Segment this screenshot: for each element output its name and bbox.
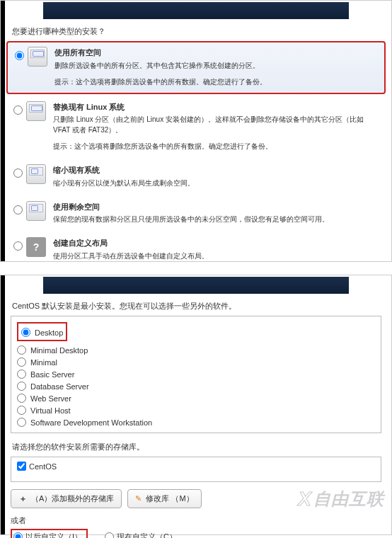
radio-minimal-desktop[interactable] (17, 345, 26, 355)
modify-repo-label: 修改库 （M） (146, 493, 193, 504)
repo-prompt: 请选择您的软件安装所需要的存储库。 (12, 442, 391, 452)
customize-later-label: 以后自定义（I） (25, 532, 82, 538)
option-title: 替换现有 Linux 系统 (53, 101, 379, 113)
software-group-box: Desktop Minimal Desktop Minimal Basic Se… (11, 316, 381, 433)
software-option-database-server[interactable]: Database Server (17, 380, 375, 392)
install-option-shrink[interactable]: 缩小现有系统 缩小现有分区以便为默认布局生成剩余空间。 (6, 160, 386, 194)
option-desc: 删除所选设备中的所有分区。其中包含其它操作系统创建的分区。 (54, 60, 377, 71)
or-label: 或者 (11, 515, 381, 526)
disk-icon (28, 47, 47, 67)
repo-centos-checkbox[interactable] (17, 462, 26, 471)
software-option-sdw[interactable]: Software Development Workstation (17, 416, 375, 428)
repo-box: CentOS (11, 457, 381, 482)
option-desc: 缩小现有分区以便为默认布局生成剩余空间。 (53, 178, 379, 188)
repo-label: CentOS (29, 462, 57, 471)
radio-customize-later[interactable] (13, 532, 23, 538)
customize-later-highlight: 以后自定义（I） (11, 529, 88, 538)
plus-icon: ＋ (18, 495, 27, 503)
radio-sdw[interactable] (17, 418, 26, 427)
radio-replace-linux[interactable] (13, 105, 23, 115)
software-label: Virtual Host (30, 406, 71, 415)
install-type-panel: 您要进行哪种类型的安装？ 使用所有空间 删除所选设备中的所有分区。其中包含其它操… (0, 0, 392, 262)
customize-now-option[interactable]: 现在自定义（C） (105, 532, 177, 538)
add-repo-button[interactable]: ＋ （A）添加额外的存储库 (11, 489, 122, 508)
radio-use-all-space[interactable] (15, 51, 24, 60)
customize-section: 或者 以后自定义（I） 现在自定义（C） (11, 515, 381, 538)
software-label: Minimal (30, 358, 57, 367)
repo-buttons-row: ＋ （A）添加额外的存储库 ✎ 修改库 （M） (11, 489, 381, 508)
disk-icon (26, 164, 46, 184)
software-option-virtual-host[interactable]: Virtual Host (17, 404, 375, 416)
customize-later-option[interactable]: 以后自定义（I） (13, 532, 82, 538)
radio-customize-now[interactable] (105, 532, 114, 538)
header-band (43, 277, 349, 294)
add-repo-label: （A）添加额外的存储库 (31, 493, 114, 504)
radio-minimal[interactable] (17, 357, 26, 367)
radio-free-space[interactable] (13, 205, 23, 214)
disk-icon (26, 201, 46, 221)
disk-icon (26, 101, 46, 121)
software-option-minimal[interactable]: Minimal (17, 356, 375, 368)
option-desc: 使用分区工具手动在所选设备中创建自定义布局。 (53, 251, 379, 261)
radio-desktop[interactable] (21, 328, 30, 337)
option-hint: 提示：这个选项将删除所选设备中的所有数据。确定您进行了备份。 (54, 76, 377, 87)
software-option-minimal-desktop[interactable]: Minimal Desktop (17, 344, 375, 356)
software-label: Software Development Workstation (30, 418, 152, 427)
repo-centos-row[interactable]: CentOS (17, 462, 375, 471)
customize-now-label: 现在自定义（C） (117, 532, 177, 538)
radio-web-server[interactable] (17, 394, 26, 403)
radio-virtual-host[interactable] (17, 406, 26, 415)
software-prompt: CentOS 默认安装是最小安装。您现在可以选择一些另外的软件。 (12, 301, 391, 311)
install-option-replace-linux[interactable]: 替换现有 Linux 系统 只删除 Linux 分区（由之前的 Linux 安装… (6, 97, 386, 158)
radio-shrink[interactable] (13, 168, 23, 178)
option-desc: 保留您的现有数据和分区且只使用所选设备中的未分区空间，假设您有足够的空间可用。 (53, 214, 379, 224)
option-title: 使用所有空间 (54, 47, 377, 59)
header-band (43, 2, 349, 19)
software-label: Desktop (35, 328, 63, 337)
option-desc: 只删除 Linux 分区（由之前的 Linux 安装创建的）。这样就不会删除您存… (53, 114, 379, 135)
software-option-basic-server[interactable]: Basic Server (17, 368, 375, 380)
radio-custom[interactable] (13, 241, 23, 251)
install-type-prompt: 您要进行哪种类型的安装？ (12, 26, 391, 37)
panel-left-border (1, 275, 5, 534)
install-option-use-all-space[interactable]: 使用所有空间 删除所选设备中的所有分区。其中包含其它操作系统创建的分区。 提示：… (6, 41, 386, 94)
software-option-desktop-highlight: Desktop (17, 322, 67, 341)
option-title: 使用剩余空间 (53, 201, 379, 213)
radio-database-server[interactable] (17, 382, 26, 391)
panel-left-border (1, 1, 5, 261)
option-title: 缩小现有系统 (53, 164, 379, 176)
software-label: Database Server (30, 382, 89, 391)
option-title: 创建自定义布局 (53, 237, 379, 249)
question-icon: ? (26, 237, 46, 257)
pencil-icon: ✎ (135, 494, 142, 503)
radio-basic-server[interactable] (17, 370, 26, 379)
software-selection-panel: CentOS 默认安装是最小安装。您现在可以选择一些另外的软件。 Desktop… (0, 275, 392, 535)
install-option-custom[interactable]: ? 创建自定义布局 使用分区工具手动在所选设备中创建自定义布局。 (6, 233, 386, 267)
software-option-web-server[interactable]: Web Server (17, 392, 375, 404)
software-label: Basic Server (30, 370, 74, 379)
option-hint: 提示：这个选项将删除您所选设备中的所有数据。确定您进行了备份。 (53, 141, 379, 151)
software-label: Web Server (30, 394, 71, 403)
software-label: Minimal Desktop (30, 346, 88, 355)
install-option-free-space[interactable]: 使用剩余空间 保留您的现有数据和分区且只使用所选设备中的未分区空间，假设您有足够… (6, 197, 386, 231)
modify-repo-button[interactable]: ✎ 修改库 （M） (127, 489, 201, 508)
software-option-desktop[interactable]: Desktop (21, 326, 63, 338)
